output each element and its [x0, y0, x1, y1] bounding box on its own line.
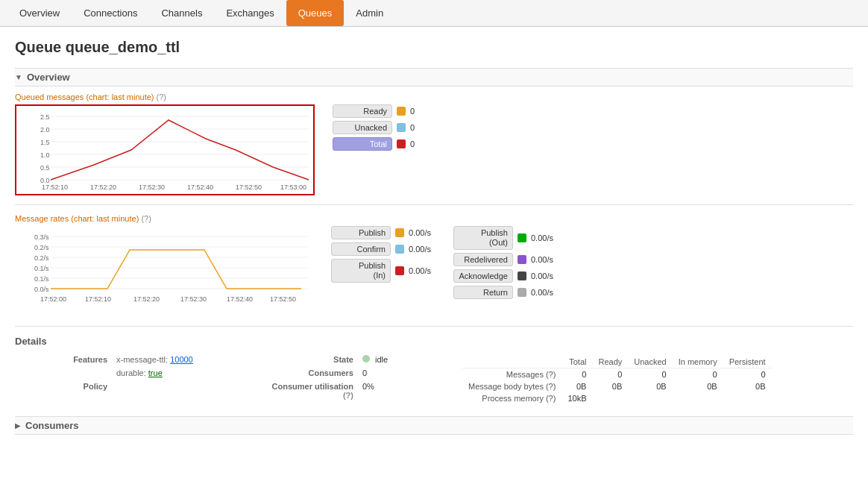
- durable-value[interactable]: true: [148, 368, 163, 377]
- body-ready: 0B: [592, 380, 628, 392]
- process-memory-row: Process memory (?) 10kB: [462, 392, 772, 404]
- message-body-label[interactable]: Message body bytes (?): [462, 380, 562, 392]
- unacked-value: 0: [410, 123, 415, 132]
- unacked-stat-row: Unacked 0: [333, 121, 519, 134]
- return-value: 0.00/s: [531, 288, 553, 297]
- svg-text:1.5: 1.5: [40, 139, 50, 146]
- consumers-section-header[interactable]: ▶ Consumers: [15, 416, 853, 435]
- consumer-utilisation-label: Consumer utilisation (?): [261, 380, 358, 402]
- svg-text:17:52:50: 17:52:50: [270, 295, 296, 303]
- durable-key: durable:: [116, 368, 148, 377]
- redelivered-value: 0.00/s: [531, 255, 553, 264]
- details-middle-table: State idle Consumers 0 Consumer utilisat…: [261, 353, 440, 402]
- publish-out-rate-row: Publish(Out) 0.00/s: [453, 226, 553, 250]
- consumers-row: Consumers 0: [261, 366, 440, 380]
- total-value: 0: [410, 139, 415, 148]
- queued-messages-area: Queued messages (chart: last minute) (?)…: [15, 92, 853, 195]
- state-label: State: [261, 353, 358, 366]
- title-prefix: Queue: [15, 39, 61, 55]
- state-text: idle: [375, 355, 388, 364]
- message-rates-chart: 0.3/s 0.2/s 0.2/s 0.1/s 0.1/s 0.0/s: [15, 226, 313, 314]
- acknowledge-color: [518, 272, 526, 280]
- publish-value: 0.00/s: [409, 228, 431, 237]
- svg-text:17:52:30: 17:52:30: [139, 183, 165, 191]
- summary-header-empty: [462, 356, 562, 368]
- svg-text:2.5: 2.5: [40, 113, 50, 121]
- messages-row: Messages (?) 0 0 0 0 0: [462, 368, 772, 381]
- body-total: 0B: [562, 380, 592, 392]
- ttl-value[interactable]: 10000: [170, 355, 193, 364]
- nav-channels[interactable]: Channels: [149, 0, 214, 26]
- redelivered-color: [518, 255, 526, 264]
- rates-left-col: Publish 0.00/s Confirm 0.00/s Publish(In…: [331, 226, 431, 299]
- page-title: Queue queue_demo_ttl: [15, 39, 853, 56]
- summary-header-total: Total: [562, 356, 592, 368]
- svg-text:0.2/s: 0.2/s: [34, 254, 49, 262]
- nav-exchanges[interactable]: Exchanges: [214, 0, 286, 26]
- consumers-section-title: Consumers: [25, 420, 79, 431]
- ready-value: 0: [410, 107, 415, 116]
- publish-out-color: [518, 233, 526, 242]
- consumer-utilisation-value: 0%: [358, 380, 440, 402]
- redelivered-label: Redelivered: [453, 253, 513, 266]
- state-row: State idle: [261, 353, 440, 366]
- svg-text:17:52:20: 17:52:20: [90, 183, 116, 191]
- publish-out-label: Publish(Out): [453, 226, 513, 250]
- policy-label: Policy: [15, 380, 112, 393]
- publish-in-color: [395, 266, 404, 275]
- nav-overview[interactable]: Overview: [7, 0, 72, 26]
- publish-label: Publish: [331, 226, 391, 239]
- nav-queues[interactable]: Queues: [286, 0, 345, 26]
- nav-admin[interactable]: Admin: [344, 0, 395, 26]
- overview-section-title: Overview: [27, 72, 70, 83]
- acknowledge-label: Acknowledge: [453, 269, 513, 283]
- process-memory-label[interactable]: Process memory (?): [462, 392, 562, 404]
- details-title: Details: [15, 336, 853, 347]
- return-color: [518, 288, 526, 297]
- summary-header-persistent: Persistent: [723, 356, 772, 368]
- process-memory-unacked: [628, 392, 672, 404]
- divider-1: [15, 204, 853, 205]
- svg-text:17:52:50: 17:52:50: [236, 183, 262, 191]
- queued-stats-panel: Ready 0 Unacked 0 Total 0: [333, 104, 519, 151]
- process-memory-inmemory: [673, 392, 723, 404]
- svg-text:17:52:20: 17:52:20: [133, 295, 160, 303]
- summary-table-area: Total Ready Unacked In memory Persistent…: [462, 353, 772, 404]
- return-label: Return: [453, 286, 513, 299]
- overview-section-header[interactable]: ▼ Overview: [15, 68, 853, 87]
- consumer-utilisation-row: Consumer utilisation (?) 0%: [261, 380, 440, 402]
- svg-text:0.5: 0.5: [40, 164, 50, 172]
- body-inmemory: 0B: [673, 380, 723, 392]
- svg-text:0.3/s: 0.3/s: [34, 233, 49, 241]
- svg-text:1.0: 1.0: [40, 151, 50, 159]
- body-unacked: 0B: [628, 380, 672, 392]
- summary-header-ready: Ready: [592, 356, 628, 368]
- features-value: x-message-ttl: 10000: [112, 353, 239, 366]
- total-stat-row: Total 0: [333, 137, 519, 151]
- svg-text:17:52:00: 17:52:00: [40, 295, 66, 303]
- ttl-key: x-message-ttl:: [116, 355, 170, 364]
- svg-text:0.0/s: 0.0/s: [34, 286, 49, 293]
- consumers-label: Consumers: [261, 366, 358, 380]
- messages-label[interactable]: Messages (?): [462, 368, 562, 381]
- messages-total: 0: [562, 368, 592, 381]
- body-persistent: 0B: [723, 380, 772, 392]
- features-ttl-row: Features x-message-ttl: 10000: [15, 353, 239, 366]
- unacked-color: [397, 123, 406, 132]
- svg-text:17:52:40: 17:52:40: [187, 183, 213, 191]
- summary-header-row: Total Ready Unacked In memory Persistent: [462, 356, 772, 368]
- page-content: Queue queue_demo_ttl ▼ Overview Queued m…: [0, 27, 868, 447]
- rates-stats-columns: Publish 0.00/s Confirm 0.00/s Publish(In…: [331, 226, 553, 299]
- rates-right-col: Publish(Out) 0.00/s Redelivered 0.00/s A…: [453, 226, 553, 299]
- confirm-label: Confirm: [331, 242, 391, 256]
- confirm-rate-row: Confirm 0.00/s: [331, 242, 431, 256]
- svg-text:17:52:10: 17:52:10: [85, 295, 111, 303]
- confirm-color: [395, 245, 404, 254]
- nav-connections[interactable]: Connections: [72, 0, 149, 26]
- publish-in-label: Publish(In): [331, 259, 391, 283]
- unacked-label: Unacked: [333, 121, 392, 134]
- message-rates-title: Message rates (chart: last minute) (?): [15, 214, 853, 223]
- svg-text:17:52:30: 17:52:30: [180, 295, 207, 303]
- messages-unacked: 0: [628, 368, 672, 381]
- consumers-arrow-icon: ▶: [15, 421, 21, 430]
